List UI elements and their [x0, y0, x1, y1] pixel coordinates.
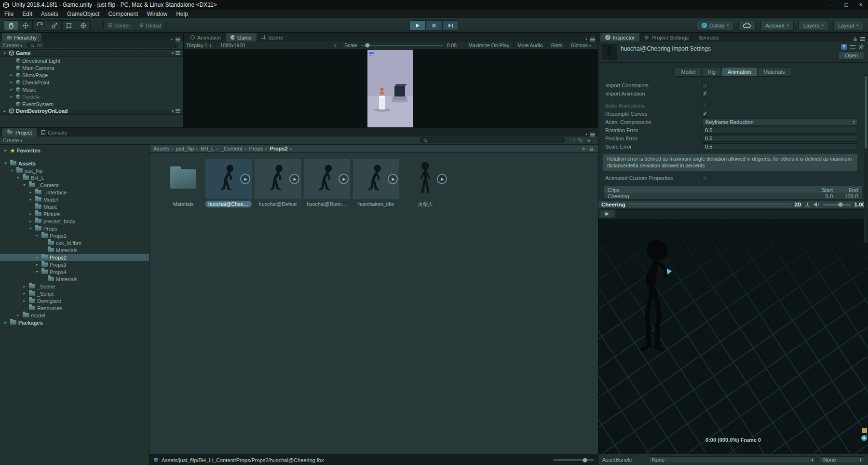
- panel-options-icon[interactable]: [590, 38, 595, 41]
- project-folder-scene[interactable]: ▸_Scene: [0, 283, 149, 290]
- project-folder-model[interactable]: ▸model: [0, 312, 149, 319]
- project-folder-music[interactable]: Music: [0, 203, 149, 210]
- hierarchy-item-checkpoint[interactable]: ▸CheckPoint: [0, 79, 183, 86]
- breadcrumb-content[interactable]: _Content: [221, 146, 243, 151]
- asset-bundle-dropdown[interactable]: None: [649, 456, 816, 463]
- pivot-center-button[interactable]: Center: [103, 21, 135, 30]
- presets-icon[interactable]: [850, 44, 855, 49]
- tab-project-settings[interactable]: Project Settings: [639, 33, 693, 41]
- lock-icon[interactable]: [589, 146, 594, 151]
- preview-speed-slider[interactable]: [823, 204, 851, 205]
- preview-2d-toggle[interactable]: 2D: [795, 202, 801, 207]
- project-folder-materials[interactable]: Materials: [0, 275, 149, 283]
- step-button[interactable]: [442, 20, 459, 30]
- expand-arrow[interactable]: ▾: [15, 176, 21, 180]
- pause-button[interactable]: [426, 20, 442, 30]
- expand-arrow[interactable]: ▸: [28, 219, 33, 223]
- panel-menu-icon[interactable]: ▾: [585, 132, 587, 137]
- expand-arrow[interactable]: ▸: [28, 197, 33, 202]
- expand-arrow[interactable]: ▸: [2, 109, 7, 113]
- display-dropdown[interactable]: Display 1: [187, 42, 216, 48]
- expand-arrow[interactable]: ▸: [28, 212, 33, 216]
- field-rotation-error[interactable]: 0.5: [702, 127, 857, 134]
- asset-item-materials[interactable]: Materials: [164, 159, 203, 207]
- asset-item-huochai-cheering[interactable]: ▶huochai@Cheering: [205, 159, 252, 207]
- thumbnail-size-slider[interactable]: [553, 459, 594, 461]
- project-folder-assets[interactable]: ▾Assets: [0, 160, 149, 167]
- preview-drag-handle[interactable]: [629, 203, 791, 206]
- project-folder-props4[interactable]: ▾Props4: [0, 268, 149, 275]
- project-folder-precast-body[interactable]: ▸precast_body: [0, 218, 149, 225]
- project-folder-props3[interactable]: ▸Props3: [0, 261, 149, 268]
- hierarchy-item-music[interactable]: ▸Music: [0, 86, 183, 93]
- hierarchy-search-input[interactable]: All: [27, 42, 177, 48]
- menu-help[interactable]: Help: [172, 11, 192, 17]
- project-folder-just-flip[interactable]: ▾just_flip: [0, 167, 149, 174]
- expand-arrow[interactable]: ▸: [3, 320, 8, 325]
- project-folder-picture[interactable]: ▸Picture: [0, 210, 149, 218]
- search-by-label-icon[interactable]: [578, 138, 583, 143]
- import-tab-materials[interactable]: Materials: [757, 67, 791, 77]
- layout-dropdown[interactable]: Layout▾: [833, 21, 863, 30]
- tab-inspector[interactable]: iInspector: [600, 33, 639, 41]
- resolution-dropdown[interactable]: 1080x1920: [220, 42, 340, 48]
- breadcrumb-just-flip[interactable]: just_flip: [176, 146, 194, 151]
- panel-menu-icon[interactable]: ▾: [171, 37, 173, 41]
- expand-arrow[interactable]: ▸: [28, 190, 33, 194]
- project-folder-favorites[interactable]: ▸★Favorites: [0, 147, 149, 154]
- expand-arrow[interactable]: ▸: [15, 313, 21, 317]
- play-preview-icon[interactable]: ▶: [240, 174, 250, 184]
- asset-item-item[interactable]: ▶火柴人: [402, 159, 448, 208]
- hierarchy-item-directional-light[interactable]: Directional Light: [0, 57, 183, 64]
- account-dropdown[interactable]: Account▾: [760, 21, 794, 30]
- project-folder-props1[interactable]: ▾Props1: [0, 232, 149, 239]
- collab-button[interactable]: ✓ Collab▾: [697, 21, 733, 30]
- project-folder-bh-l[interactable]: ▾BH_L: [0, 174, 149, 181]
- project-folder-resources[interactable]: Resources: [0, 304, 149, 312]
- gameview-button-gizmos[interactable]: Gizmos▾: [566, 42, 595, 48]
- play-preview-icon[interactable]: ▶: [388, 174, 398, 184]
- hand-tool-button[interactable]: [4, 20, 18, 31]
- tab-animation[interactable]: Animation: [186, 33, 226, 41]
- tab-scene[interactable]: Scene: [257, 33, 288, 41]
- menu-file[interactable]: File: [0, 11, 18, 17]
- gameview-button-maximize-on-play[interactable]: Maximize On Play: [464, 42, 513, 48]
- cloud-button[interactable]: [738, 21, 756, 30]
- play-button[interactable]: [409, 20, 426, 30]
- project-folder-props[interactable]: ▾Props: [0, 225, 149, 232]
- transform-tool-button[interactable]: [76, 20, 91, 31]
- inspector-scrollbar[interactable]: [864, 74, 868, 243]
- scene-options-icon[interactable]: [176, 51, 180, 55]
- menu-component[interactable]: Component: [104, 11, 142, 17]
- breadcrumb-props2[interactable]: Props2: [270, 146, 287, 151]
- hierarchy-item-particle[interactable]: ▸Particle: [0, 93, 183, 100]
- project-folder-materials[interactable]: Materials: [0, 246, 149, 254]
- tab-hierarchy[interactable]: Hierarchy: [2, 33, 41, 41]
- dropdown-anim-compression[interactable]: Keyframe Reduction: [702, 119, 857, 125]
- expand-arrow[interactable]: ▸: [9, 73, 14, 77]
- help-icon[interactable]: ?: [841, 44, 847, 50]
- expand-arrow[interactable]: ▸: [9, 87, 14, 92]
- checkbox-import-animation[interactable]: [702, 91, 708, 96]
- scale-slider[interactable]: [361, 45, 443, 46]
- preview-play-button[interactable]: ▶: [600, 209, 614, 218]
- tab-console[interactable]: Console: [37, 128, 72, 137]
- expand-arrow[interactable]: ▾: [2, 51, 7, 55]
- expand-arrow[interactable]: ▾: [28, 226, 33, 231]
- hierarchy-create-button[interactable]: Create ▾: [3, 42, 22, 48]
- field-scale-error[interactable]: 0.5: [702, 143, 857, 150]
- gameview-button-mute-audio[interactable]: Mute Audio: [513, 42, 547, 48]
- scene-menu-icon[interactable]: ▾: [172, 109, 174, 113]
- project-folder-cxk-id-fbm[interactable]: cxk_id.fbm: [0, 239, 149, 246]
- expand-arrow[interactable]: ▸: [34, 262, 40, 267]
- import-tab-model[interactable]: Model: [675, 67, 702, 77]
- minimize-button[interactable]: ─: [825, 0, 839, 10]
- field-position-error[interactable]: 0.5: [702, 135, 857, 142]
- asset-bundle-variant-dropdown[interactable]: None: [820, 456, 864, 463]
- expand-arrow[interactable]: ▸: [22, 291, 27, 296]
- search-favorites-icon[interactable]: ★: [586, 138, 591, 143]
- project-folder-props2[interactable]: ▸Props2: [0, 254, 149, 261]
- scene-options-icon[interactable]: [176, 109, 180, 113]
- rect-tool-button[interactable]: [62, 20, 76, 31]
- play-preview-icon[interactable]: ▶: [289, 174, 299, 184]
